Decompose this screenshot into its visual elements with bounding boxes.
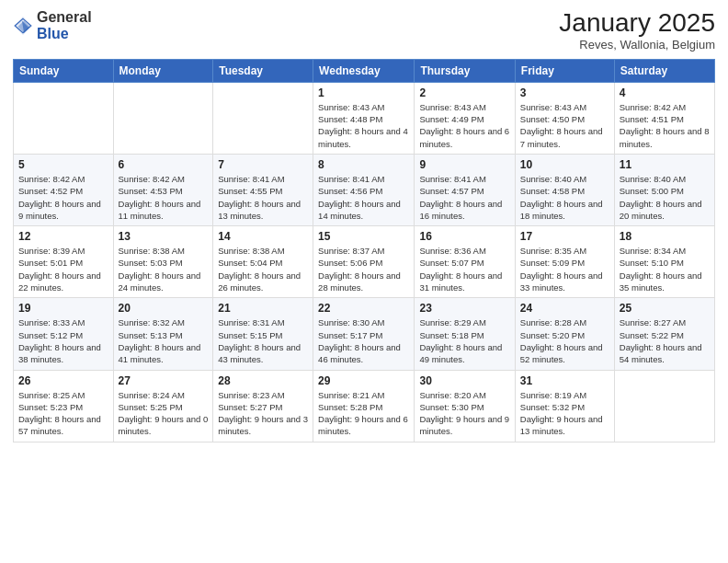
col-friday: Friday — [515, 59, 614, 82]
day-info: Sunrise: 8:31 AM Sunset: 5:15 PM Dayligh… — [218, 316, 308, 365]
table-row: 13Sunrise: 8:38 AM Sunset: 5:03 PM Dayli… — [113, 226, 213, 298]
table-row — [614, 370, 714, 442]
table-row: 5Sunrise: 8:42 AM Sunset: 4:52 PM Daylig… — [14, 154, 114, 225]
day-number: 11 — [620, 158, 710, 171]
day-number: 28 — [218, 374, 308, 387]
table-row: 6Sunrise: 8:42 AM Sunset: 4:53 PM Daylig… — [113, 154, 213, 225]
day-number: 5 — [18, 158, 108, 171]
day-info: Sunrise: 8:20 AM Sunset: 5:30 PM Dayligh… — [419, 389, 509, 438]
logo-blue: Blue — [37, 26, 69, 41]
day-info: Sunrise: 8:43 AM Sunset: 4:50 PM Dayligh… — [520, 101, 609, 150]
day-info: Sunrise: 8:39 AM Sunset: 5:01 PM Dayligh… — [18, 245, 108, 293]
table-row: 2Sunrise: 8:43 AM Sunset: 4:49 PM Daylig… — [415, 82, 515, 154]
day-number: 1 — [318, 86, 409, 99]
calendar-header-row: Sunday Monday Tuesday Wednesday Thursday… — [14, 59, 715, 82]
day-number: 2 — [419, 86, 509, 99]
day-number: 29 — [318, 374, 409, 387]
day-info: Sunrise: 8:29 AM Sunset: 5:18 PM Dayligh… — [419, 316, 509, 365]
day-number: 13 — [119, 230, 209, 243]
col-thursday: Thursday — [415, 59, 515, 82]
table-row: 7Sunrise: 8:41 AM Sunset: 4:55 PM Daylig… — [213, 154, 313, 225]
day-info: Sunrise: 8:42 AM Sunset: 4:53 PM Dayligh… — [119, 173, 209, 222]
table-row: 9Sunrise: 8:41 AM Sunset: 4:57 PM Daylig… — [415, 154, 515, 225]
day-info: Sunrise: 8:19 AM Sunset: 5:32 PM Dayligh… — [520, 389, 609, 438]
logo-text: General Blue — [37, 9, 92, 41]
logo: General Blue — [13, 9, 92, 41]
day-number: 16 — [419, 230, 509, 243]
table-row: 19Sunrise: 8:33 AM Sunset: 5:12 PM Dayli… — [14, 298, 114, 370]
day-info: Sunrise: 8:43 AM Sunset: 4:48 PM Dayligh… — [318, 101, 409, 150]
day-info: Sunrise: 8:24 AM Sunset: 5:25 PM Dayligh… — [119, 389, 209, 438]
day-number: 10 — [520, 158, 609, 171]
day-info: Sunrise: 8:41 AM Sunset: 4:56 PM Dayligh… — [318, 173, 409, 222]
day-info: Sunrise: 8:38 AM Sunset: 5:04 PM Dayligh… — [218, 245, 308, 293]
day-info: Sunrise: 8:21 AM Sunset: 5:28 PM Dayligh… — [318, 389, 409, 438]
day-info: Sunrise: 8:40 AM Sunset: 5:00 PM Dayligh… — [620, 173, 710, 222]
day-number: 8 — [318, 158, 409, 171]
day-number: 19 — [18, 302, 108, 315]
table-row: 17Sunrise: 8:35 AM Sunset: 5:09 PM Dayli… — [515, 226, 614, 298]
calendar-week-row: 1Sunrise: 8:43 AM Sunset: 4:48 PM Daylig… — [14, 82, 715, 154]
col-saturday: Saturday — [614, 59, 714, 82]
logo-icon — [13, 16, 33, 36]
day-info: Sunrise: 8:41 AM Sunset: 4:57 PM Dayligh… — [419, 173, 509, 222]
table-row: 3Sunrise: 8:43 AM Sunset: 4:50 PM Daylig… — [515, 82, 614, 154]
table-row: 14Sunrise: 8:38 AM Sunset: 5:04 PM Dayli… — [213, 226, 313, 298]
table-row: 11Sunrise: 8:40 AM Sunset: 5:00 PM Dayli… — [614, 154, 714, 225]
day-info: Sunrise: 8:23 AM Sunset: 5:27 PM Dayligh… — [218, 389, 308, 438]
calendar-body: 1Sunrise: 8:43 AM Sunset: 4:48 PM Daylig… — [14, 82, 715, 442]
day-number: 27 — [119, 374, 209, 387]
day-info: Sunrise: 8:27 AM Sunset: 5:22 PM Dayligh… — [620, 316, 710, 365]
table-row: 4Sunrise: 8:42 AM Sunset: 4:51 PM Daylig… — [614, 82, 714, 154]
table-row: 12Sunrise: 8:39 AM Sunset: 5:01 PM Dayli… — [14, 226, 114, 298]
table-row: 21Sunrise: 8:31 AM Sunset: 5:15 PM Dayli… — [213, 298, 313, 370]
col-tuesday: Tuesday — [213, 59, 313, 82]
header: General Blue January 2025 Reves, Walloni… — [13, 9, 715, 52]
day-info: Sunrise: 8:40 AM Sunset: 4:58 PM Dayligh… — [520, 173, 609, 222]
calendar-week-row: 26Sunrise: 8:25 AM Sunset: 5:23 PM Dayli… — [14, 370, 715, 442]
table-row: 10Sunrise: 8:40 AM Sunset: 4:58 PM Dayli… — [515, 154, 614, 225]
table-row: 18Sunrise: 8:34 AM Sunset: 5:10 PM Dayli… — [614, 226, 714, 298]
day-info: Sunrise: 8:32 AM Sunset: 5:13 PM Dayligh… — [119, 316, 209, 365]
day-number: 12 — [18, 230, 108, 243]
day-number: 20 — [119, 302, 209, 315]
table-row: 23Sunrise: 8:29 AM Sunset: 5:18 PM Dayli… — [415, 298, 515, 370]
col-wednesday: Wednesday — [313, 59, 415, 82]
table-row: 25Sunrise: 8:27 AM Sunset: 5:22 PM Dayli… — [614, 298, 714, 370]
day-number: 9 — [419, 158, 509, 171]
title-block: January 2025 Reves, Wallonia, Belgium — [559, 9, 715, 52]
day-number: 31 — [520, 374, 609, 387]
calendar-table: Sunday Monday Tuesday Wednesday Thursday… — [13, 59, 715, 442]
day-number: 30 — [419, 374, 509, 387]
calendar-week-row: 19Sunrise: 8:33 AM Sunset: 5:12 PM Dayli… — [14, 298, 715, 370]
table-row: 28Sunrise: 8:23 AM Sunset: 5:27 PM Dayli… — [213, 370, 313, 442]
table-row: 30Sunrise: 8:20 AM Sunset: 5:30 PM Dayli… — [415, 370, 515, 442]
day-number: 26 — [18, 374, 108, 387]
table-row — [213, 82, 313, 154]
table-row: 24Sunrise: 8:28 AM Sunset: 5:20 PM Dayli… — [515, 298, 614, 370]
table-row: 1Sunrise: 8:43 AM Sunset: 4:48 PM Daylig… — [313, 82, 415, 154]
day-info: Sunrise: 8:35 AM Sunset: 5:09 PM Dayligh… — [520, 245, 609, 293]
main-title: January 2025 — [559, 9, 715, 38]
day-info: Sunrise: 8:30 AM Sunset: 5:17 PM Dayligh… — [318, 316, 409, 365]
day-number: 24 — [520, 302, 609, 315]
day-number: 7 — [218, 158, 308, 171]
day-number: 14 — [218, 230, 308, 243]
day-number: 25 — [620, 302, 710, 315]
table-row: 15Sunrise: 8:37 AM Sunset: 5:06 PM Dayli… — [313, 226, 415, 298]
day-info: Sunrise: 8:41 AM Sunset: 4:55 PM Dayligh… — [218, 173, 308, 222]
sub-title: Reves, Wallonia, Belgium — [559, 38, 715, 52]
day-info: Sunrise: 8:42 AM Sunset: 4:51 PM Dayligh… — [620, 101, 710, 150]
day-info: Sunrise: 8:25 AM Sunset: 5:23 PM Dayligh… — [18, 389, 108, 438]
calendar-week-row: 5Sunrise: 8:42 AM Sunset: 4:52 PM Daylig… — [14, 154, 715, 225]
table-row: 8Sunrise: 8:41 AM Sunset: 4:56 PM Daylig… — [313, 154, 415, 225]
table-row — [113, 82, 213, 154]
col-sunday: Sunday — [14, 59, 114, 82]
table-row: 20Sunrise: 8:32 AM Sunset: 5:13 PM Dayli… — [113, 298, 213, 370]
logo-general: General — [37, 9, 92, 25]
day-number: 3 — [520, 86, 609, 99]
day-info: Sunrise: 8:38 AM Sunset: 5:03 PM Dayligh… — [119, 245, 209, 293]
day-info: Sunrise: 8:42 AM Sunset: 4:52 PM Dayligh… — [18, 173, 108, 222]
table-row — [14, 82, 114, 154]
day-number: 22 — [318, 302, 409, 315]
